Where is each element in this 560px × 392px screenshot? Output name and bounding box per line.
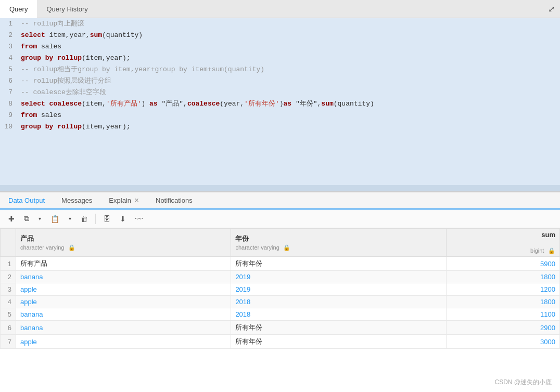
copy-dropdown-button[interactable]: ▾ bbox=[34, 213, 45, 224]
cell-product: apple bbox=[16, 283, 231, 296]
row-number: 3 bbox=[1, 283, 16, 296]
cell-year: 所有年份 bbox=[231, 335, 446, 349]
code-line-3: 3 from sales bbox=[0, 41, 560, 53]
copy-icon: ⧉ bbox=[24, 214, 29, 223]
cell-product: banana bbox=[16, 308, 231, 321]
output-panel: Data Output Messages Explain ✕ Notificat… bbox=[0, 192, 560, 392]
tab-explain[interactable]: Explain bbox=[109, 197, 131, 204]
code-line-5: 5 -- rollup相当于group by item,year+group b… bbox=[0, 64, 560, 75]
query-panel: Query Query History ⤢ 1 -- rollup向上翻滚 2 … bbox=[0, 0, 560, 192]
delete-button[interactable]: 🗑 bbox=[77, 212, 92, 226]
row-number: 6 bbox=[1, 321, 16, 335]
cell-year: 2019 bbox=[231, 283, 446, 296]
cell-sum: 1800 bbox=[446, 271, 559, 283]
paste-dropdown-button[interactable]: ▾ bbox=[65, 213, 75, 224]
code-line-1: 1 -- rollup向上翻滚 bbox=[0, 18, 560, 30]
chevron-down-icon: ▾ bbox=[39, 216, 41, 221]
output-toolbar: ✚ ⧉ ▾ 📋 ▾ 🗑 🗄 ⬇ bbox=[0, 210, 560, 228]
code-line-7: 7 -- coalesce去除非空字段 bbox=[0, 87, 560, 98]
cell-sum: 2900 bbox=[446, 321, 559, 335]
cell-sum: 5900 bbox=[446, 257, 559, 271]
code-line-2: 2 select item,year,sum(quantity) bbox=[0, 30, 560, 41]
data-table-container: 产品 character varying 🔒 年份 character vary… bbox=[0, 228, 560, 392]
cell-sum: 1100 bbox=[446, 308, 559, 321]
table-header-row: 产品 character varying 🔒 年份 character vary… bbox=[1, 229, 560, 257]
explain-close-icon[interactable]: ✕ bbox=[134, 197, 139, 204]
table-row: 5banana20181100 bbox=[1, 308, 560, 321]
table-row: 7apple所有年份3000 bbox=[1, 335, 560, 349]
download-button[interactable]: ⬇ bbox=[116, 212, 130, 226]
horizontal-scrollbar[interactable] bbox=[0, 185, 560, 191]
paste-button[interactable]: 📋 bbox=[46, 212, 63, 226]
code-line-4: 4 group by rollup(item,year); bbox=[0, 53, 560, 64]
bottom-wrapper: Data Output Messages Explain ✕ Notificat… bbox=[0, 192, 560, 392]
watermark: CSDN @迷失的小鹿 bbox=[494, 378, 552, 387]
cell-product: apple bbox=[16, 335, 231, 349]
save-button[interactable]: 🗄 bbox=[99, 212, 114, 226]
expand-button[interactable]: ⤢ bbox=[543, 1, 560, 17]
chart-button[interactable]: 〰 bbox=[131, 212, 147, 226]
row-number: 1 bbox=[1, 257, 16, 271]
col-header-sum: sum bigint 🔒 bbox=[446, 229, 559, 257]
table-row: 3apple20191200 bbox=[1, 283, 560, 296]
editor-tabs-bar: Query Query History ⤢ bbox=[0, 0, 560, 18]
cell-year: 2019 bbox=[231, 271, 446, 283]
row-number: 2 bbox=[1, 271, 16, 283]
code-line-9: 9 from sales bbox=[0, 110, 560, 121]
cell-year: 2018 bbox=[231, 308, 446, 321]
code-line-8: 8 select coalesce(item,'所有产品') as "产品",c… bbox=[0, 98, 560, 110]
tab-query[interactable]: Query bbox=[0, 0, 37, 18]
lock-icon-1: 🔒 bbox=[283, 244, 290, 251]
tab-data-output[interactable]: Data Output bbox=[0, 192, 53, 210]
app-container: Query Query History ⤢ 1 -- rollup向上翻滚 2 … bbox=[0, 0, 560, 392]
copy-button[interactable]: ⧉ bbox=[20, 212, 33, 226]
lock-icon-2: 🔒 bbox=[548, 247, 555, 254]
cell-year: 所有年份 bbox=[231, 257, 446, 271]
code-line-10: 10 group by rollup(item,year); bbox=[0, 121, 560, 133]
cell-sum: 3000 bbox=[446, 335, 559, 349]
tab-query-history[interactable]: Query History bbox=[37, 1, 97, 17]
chevron-down-icon-2: ▾ bbox=[69, 216, 71, 221]
code-line-6: 6 -- rollup按照层级进行分组 bbox=[0, 75, 560, 87]
table-row: 4apple20181800 bbox=[1, 296, 560, 308]
lock-icon-0: 🔒 bbox=[68, 244, 75, 251]
download-icon: ⬇ bbox=[120, 215, 126, 223]
row-number: 4 bbox=[1, 296, 16, 308]
row-num-header bbox=[1, 229, 16, 257]
tab-explain-wrapper: Explain ✕ bbox=[100, 192, 147, 208]
cell-sum: 1200 bbox=[446, 283, 559, 296]
add-row-button[interactable]: ✚ bbox=[4, 212, 19, 226]
data-table: 产品 character varying 🔒 年份 character vary… bbox=[0, 228, 560, 349]
cell-year: 所有年份 bbox=[231, 321, 446, 335]
tab-messages[interactable]: Messages bbox=[53, 192, 100, 208]
cell-product: banana bbox=[16, 271, 231, 283]
cell-product: apple bbox=[16, 296, 231, 308]
col-header-product: 产品 character varying 🔒 bbox=[16, 229, 231, 257]
output-tabs-bar: Data Output Messages Explain ✕ Notificat… bbox=[0, 192, 560, 210]
table-row: 1所有产品所有年份5900 bbox=[1, 257, 560, 271]
row-number: 7 bbox=[1, 335, 16, 349]
cell-product: 所有产品 bbox=[16, 257, 231, 271]
row-number: 5 bbox=[1, 308, 16, 321]
chart-icon: 〰 bbox=[135, 215, 143, 223]
toolbar-separator-1 bbox=[95, 214, 96, 224]
table-row: 2banana20191800 bbox=[1, 271, 560, 283]
cell-product: banana bbox=[16, 321, 231, 335]
tab-notifications[interactable]: Notifications bbox=[147, 192, 201, 208]
database-icon: 🗄 bbox=[103, 215, 110, 223]
col-header-year: 年份 character varying 🔒 bbox=[231, 229, 446, 257]
paste-icon: 📋 bbox=[50, 215, 59, 223]
cell-sum: 1800 bbox=[446, 296, 559, 308]
code-editor[interactable]: 1 -- rollup向上翻滚 2 select item,year,sum(q… bbox=[0, 18, 560, 185]
table-row: 6banana所有年份2900 bbox=[1, 321, 560, 335]
cell-year: 2018 bbox=[231, 296, 446, 308]
